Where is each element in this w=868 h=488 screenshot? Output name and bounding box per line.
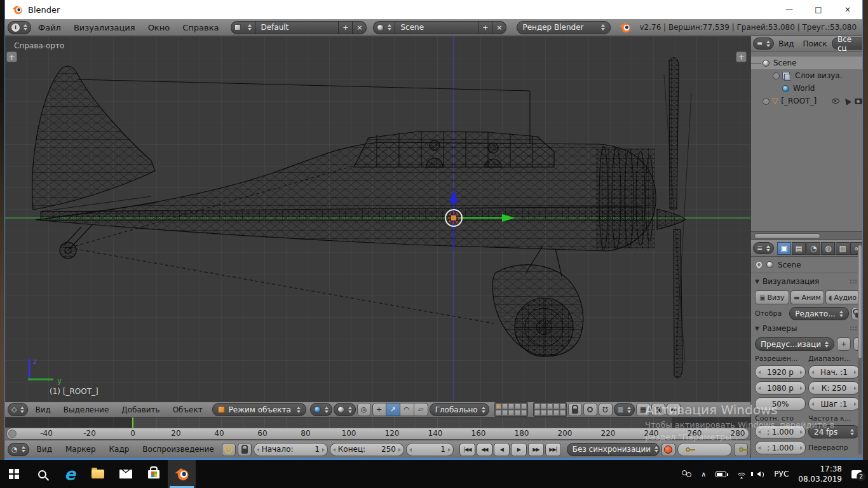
jump-end-button[interactable]: ▶▶|: [545, 443, 561, 456]
tab-world[interactable]: ◍: [821, 242, 835, 255]
viewport-3d[interactable]: z y Справа-орто (1) [_ROOT_] + +: [5, 36, 750, 402]
add-scene-button[interactable]: +: [478, 21, 492, 34]
resolution-percent-field[interactable]: 50%: [755, 397, 806, 410]
layer-cell[interactable]: [521, 410, 527, 416]
menu-tl-view[interactable]: Вид: [31, 445, 58, 454]
layer-cell[interactable]: [560, 403, 566, 409]
maximize-button[interactable]: □: [804, 0, 833, 19]
properties-editor-selector[interactable]: ≡: [753, 242, 774, 254]
layer-cell[interactable]: [496, 410, 501, 416]
layer-cell[interactable]: [515, 403, 520, 409]
layer-cell[interactable]: [502, 403, 508, 409]
pin-icon[interactable]: [755, 261, 763, 269]
minimize-button[interactable]: —: [775, 0, 804, 19]
next-keyframe-button[interactable]: ▶▶: [528, 443, 544, 456]
frame-step-field[interactable]: Шаг :1: [808, 397, 860, 410]
frame-end-props-field[interactable]: К: 250: [808, 381, 860, 395]
wifi-icon[interactable]: [736, 470, 747, 478]
snap-element-dropdown[interactable]: ▥: [614, 403, 635, 416]
manipulator-rotate-button[interactable]: ◠: [400, 403, 414, 416]
scene-name-field[interactable]: Scene: [395, 21, 478, 34]
frame-end-field[interactable]: Конец: 250: [330, 443, 404, 456]
close-button[interactable]: ×: [833, 0, 862, 19]
render-border-button[interactable]: [583, 403, 597, 416]
lock-to-scene-button[interactable]: [568, 403, 582, 416]
taskbar-store-button[interactable]: [140, 460, 168, 488]
expand-icon[interactable]: [763, 98, 770, 105]
manipulator-scale-button[interactable]: ▱: [414, 403, 428, 416]
render-animation-props-button[interactable]: ▬ Аним: [790, 290, 825, 304]
keying-set-field[interactable]: [677, 443, 732, 456]
resolution-x-field[interactable]: 1920 p: [755, 365, 806, 379]
timeline-ruler[interactable]: -40-200204060801001201401601802002202402…: [6, 428, 749, 440]
snap-toggle-button[interactable]: Ω: [599, 403, 613, 416]
outliner-menu-search[interactable]: Поиск: [799, 39, 832, 48]
editor-type-selector[interactable]: i: [8, 21, 31, 34]
taskbar-edge-button[interactable]: e: [56, 460, 84, 488]
start-button[interactable]: [0, 460, 28, 488]
visibility-eye-icon[interactable]: [832, 98, 839, 104]
render-section-header[interactable]: ▼ Визуализация: [751, 275, 863, 288]
resolution-y-field[interactable]: 1080 p: [755, 381, 806, 395]
sync-dropdown[interactable]: Без синхронизации: [567, 443, 660, 456]
layer-cell[interactable]: [496, 403, 501, 409]
tab-scene[interactable]: ◔: [806, 242, 820, 255]
selectability-cursor-icon[interactable]: [843, 97, 851, 105]
menu-file[interactable]: Файл: [32, 23, 67, 32]
toolbar-expand-button[interactable]: +: [6, 51, 17, 62]
frame-start-props-field[interactable]: Нач. :1: [808, 365, 860, 379]
layer-cell[interactable]: [515, 410, 520, 416]
renderability-camera-icon[interactable]: [855, 98, 862, 104]
menu-window[interactable]: Окно: [142, 23, 176, 32]
tab-render[interactable]: ▣: [777, 242, 791, 255]
render-audio-button[interactable]: ◖ Аудио: [825, 290, 860, 304]
orientation-dropdown[interactable]: Глобально: [430, 403, 489, 416]
taskbar-mail-button[interactable]: [112, 460, 140, 488]
aspect-y-field[interactable]: : 1.000: [755, 441, 806, 454]
prev-keyframe-button[interactable]: ◀◀: [477, 443, 492, 456]
outliner-filter-dropdown[interactable]: Все сц: [832, 37, 863, 50]
layer-cell[interactable]: [508, 410, 514, 416]
layer-cell[interactable]: [502, 410, 508, 416]
layer-cell[interactable]: [541, 410, 546, 416]
menu-render[interactable]: Визуализация: [68, 23, 141, 32]
outliner-item-world[interactable]: World: [751, 82, 863, 95]
taskbar-search-button[interactable]: [28, 460, 56, 488]
battery-icon[interactable]: [715, 471, 726, 477]
outliner-item-renderlayers[interactable]: Слои визуа.: [751, 69, 863, 82]
screen-layout-name-field[interactable]: Default: [255, 21, 339, 34]
volume-icon[interactable]: [757, 471, 764, 477]
menu-help[interactable]: Справка: [177, 23, 224, 32]
menu-select[interactable]: Выделение: [58, 405, 114, 414]
play-reverse-button[interactable]: ◀: [494, 443, 510, 456]
proportional-edit-button[interactable]: ◎: [357, 403, 371, 416]
outliner-item-scene[interactable]: Scene: [751, 57, 863, 69]
jump-start-button[interactable]: |◀◀: [459, 443, 475, 456]
vscroll-thumb[interactable]: [858, 245, 862, 359]
people-icon[interactable]: [681, 470, 691, 478]
play-button[interactable]: ▶: [511, 443, 527, 456]
layer-cell[interactable]: [534, 403, 540, 409]
properties-scrollbar[interactable]: [858, 243, 862, 454]
menu-add[interactable]: Добавить: [116, 405, 165, 414]
hscroll-thumb[interactable]: [754, 233, 820, 239]
layer-cell[interactable]: [553, 410, 559, 416]
view3d-editor-selector[interactable]: ◇: [8, 403, 28, 416]
render-animation-button[interactable]: ▬: [667, 403, 681, 416]
render-still-button[interactable]: ▣: [651, 403, 665, 416]
sidebar-expand-button[interactable]: +: [736, 51, 747, 62]
outliner-item-root[interactable]: ▽ [_ROOT_]: [751, 95, 863, 107]
frame-start-field[interactable]: Начало: 1: [254, 443, 328, 456]
render-preset-dropdown[interactable]: Предус...изаци: [755, 337, 834, 351]
record-button[interactable]: [661, 443, 675, 456]
fps-dropdown[interactable]: 24 fps: [808, 425, 860, 438]
current-frame-field[interactable]: 1: [406, 443, 454, 456]
language-indicator[interactable]: РУС: [774, 470, 789, 478]
lock-time-button[interactable]: [238, 443, 252, 456]
tab-object[interactable]: ▧: [836, 242, 850, 255]
delete-layout-button[interactable]: ×: [353, 21, 367, 34]
timeline-track[interactable]: [5, 417, 750, 428]
layer-cell[interactable]: [541, 403, 546, 409]
add-layout-button[interactable]: +: [339, 21, 353, 34]
shading-dropdown[interactable]: [310, 403, 332, 416]
